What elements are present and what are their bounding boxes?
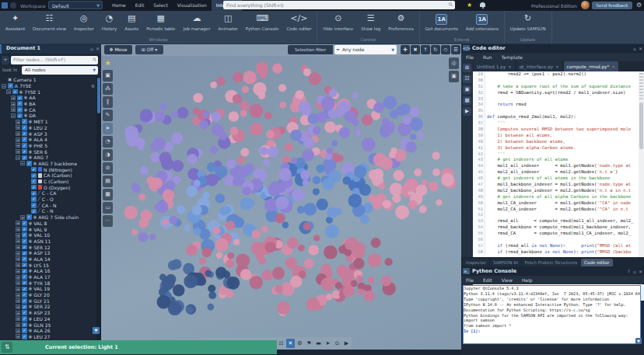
checkbox[interactable]: ✓ — [31, 167, 37, 172]
tree-row-ala-14[interactable]: +✓◉ALA 14 — [0, 256, 96, 263]
code-editor-menu-file[interactable]: File — [461, 53, 478, 61]
tree-row-ser-6[interactable]: +✓◉SER 6 — [0, 148, 96, 155]
expand-toggle[interactable]: + — [16, 322, 20, 327]
checkbox[interactable]: ✓ — [22, 334, 27, 339]
expand-toggle[interactable]: + — [16, 269, 20, 273]
expand-toggle[interactable]: + — [16, 275, 20, 280]
tree-row-7y5e[interactable]: −✓A7Y5E⚙ — [0, 83, 96, 89]
ribbon-item-get-documents[interactable]: 1AGet documents — [422, 11, 462, 36]
tree-row-leu-27[interactable]: +✓◉LEU 27 — [0, 334, 96, 340]
checkbox[interactable]: ✓ — [22, 292, 27, 298]
checkbox[interactable]: ✓ — [17, 107, 23, 113]
panel-tab-inspector[interactable]: Inspector — [463, 259, 489, 266]
checkbox[interactable]: ✓ — [17, 96, 23, 101]
tree-row-da[interactable]: −✓◉DA — [0, 113, 96, 119]
image-tool-icon[interactable]: ▤ — [103, 176, 113, 187]
checkbox[interactable]: ✓ — [22, 322, 27, 328]
checkbox[interactable]: ✓ — [17, 101, 23, 106]
panel-tab-fetch-protein-structures[interactable]: Fetch Protein Structures — [522, 259, 580, 266]
close-icon[interactable]: ✕ — [96, 44, 100, 54]
checkbox[interactable]: ✓ — [22, 143, 27, 148]
expand-toggle[interactable]: + — [11, 107, 16, 112]
checkbox[interactable]: ✓ — [22, 149, 27, 155]
checkbox[interactable]: ✓ — [22, 274, 27, 280]
filter-nodes-input[interactable]: Filter nodes... (Shift+F)⚲ — [11, 56, 98, 64]
tree-row-c-o[interactable]: ✓╱C - O — [0, 197, 96, 203]
look-in-dropdown[interactable]: All nodes▼ — [22, 66, 98, 75]
expand-toggle[interactable]: + — [16, 221, 20, 225]
expand-toggle[interactable]: − — [2, 84, 6, 89]
console-menu-edit[interactable]: Edit — [478, 276, 497, 284]
console-scroll-down-icon[interactable]: ▼ — [635, 338, 642, 344]
checkbox[interactable]: ✓ — [22, 227, 27, 232]
tree-row-tyr-18[interactable]: +✓◉TYR 18 — [0, 280, 96, 286]
expand-toggle[interactable]: + — [16, 245, 20, 249]
avatar[interactable] — [581, 1, 590, 9]
expand-toggle[interactable]: + — [16, 329, 20, 333]
close-tab-icon[interactable]: ✕ — [611, 64, 614, 69]
expand-toggle[interactable]: + — [16, 287, 20, 291]
tree-row-c-ca[interactable]: ✓╱C - CA — [0, 190, 96, 197]
selection-filter-dropdown[interactable]: ⏷Any node▼ — [334, 45, 397, 54]
tree-row-aa[interactable]: +✓◉AA — [0, 95, 96, 101]
tree-scrollbar-thumb[interactable] — [97, 78, 100, 113]
checkbox[interactable]: ✓ — [22, 280, 27, 286]
tree-row-phe-5[interactable]: +✓◉PHE 5 — [0, 143, 96, 149]
print-view-icon[interactable]: ☷ — [277, 339, 285, 348]
tree-scrollbar[interactable] — [96, 77, 101, 340]
new-file-icon[interactable]: ⊞ — [463, 64, 471, 72]
search-input[interactable]: Find everything (Shift+I)⚲ — [223, 1, 455, 9]
save-view-icon[interactable]: ▣ — [449, 71, 459, 82]
cursor-icon[interactable]: ➤ — [324, 339, 332, 348]
expand-toggle[interactable]: − — [6, 89, 11, 94]
tree-row-val-19[interactable]: +✓◉VAL 19 — [0, 286, 96, 292]
expand-toggle[interactable]: + — [16, 137, 20, 142]
tree-row-ser-22[interactable]: +✓◉SER 22 — [0, 304, 96, 310]
upload-icon[interactable]: ↑ — [421, 45, 430, 54]
checkbox[interactable]: ✓ — [22, 232, 27, 238]
user-icon[interactable] — [10, 2, 16, 9]
eye-icon[interactable]: ⊙ — [333, 339, 341, 348]
checkbox[interactable]: ✓ — [22, 328, 27, 333]
menu-edit[interactable]: Edit — [131, 0, 149, 11]
favorites-star-icon[interactable]: ★ — [103, 59, 113, 70]
expand-toggle[interactable]: + — [20, 215, 25, 220]
notifications-bell-icon[interactable] — [480, 2, 485, 7]
checkbox[interactable]: ✓ — [26, 214, 32, 220]
checkbox[interactable]: ✓ — [22, 119, 27, 124]
center-view-icon[interactable]: ✚ — [401, 45, 410, 54]
flag-icon[interactable]: ⚑ — [305, 339, 313, 348]
tree-row-n-nitrogen[interactable]: ✓N (Nitrogen) — [0, 166, 96, 172]
checkbox[interactable]: ✓ — [22, 155, 27, 161]
ribbon-item-document-view[interactable]: ☷Document view — [29, 11, 70, 36]
checkbox[interactable]: ✓ — [22, 251, 27, 256]
menu-home[interactable]: Home — [107, 0, 131, 11]
checkbox[interactable]: ✓ — [17, 113, 23, 119]
expand-toggle[interactable]: + — [16, 233, 20, 238]
expand-toggle[interactable]: + — [16, 120, 20, 124]
tree-row-val-8[interactable]: +✓◉VAL 8 — [0, 221, 96, 227]
find-in-view-icon[interactable]: ◎ — [449, 57, 459, 69]
bonds-tool-icon[interactable]: ∥ — [103, 96, 113, 108]
tree-row-o-oxygen[interactable]: ✓O (Oxygen) — [0, 184, 96, 190]
pin-icon[interactable]: ▫ — [90, 44, 93, 54]
expand-toggle[interactable]: − — [11, 113, 16, 118]
history-back-tool-icon[interactable]: ◔ — [103, 136, 113, 148]
tree-row-arg-7-side-chain[interactable]: +✓◉ARG 7 Side chain — [0, 214, 96, 221]
checkbox[interactable]: ✓ — [22, 125, 27, 131]
checkbox[interactable]: ✓ — [31, 185, 37, 190]
tree-row-leu-2[interactable]: +✓◉LEU 2 — [0, 125, 96, 131]
workspace-dropdown[interactable]: Default▼ — [48, 1, 103, 9]
checkbox[interactable]: ✓ — [31, 209, 37, 214]
tree-row-asn-11[interactable]: +✓◉ASN 11 — [0, 238, 96, 245]
tree-row-ala-26[interactable]: +✓◉ALA 26 — [0, 328, 96, 334]
tab-qt-interface-py[interactable]: qt_interface.py✕ — [516, 61, 562, 71]
checkbox[interactable]: ✓ — [31, 191, 37, 197]
expand-toggle[interactable]: + — [16, 131, 20, 136]
tree-row-ca-n[interactable]: ✓╱CA - N — [0, 202, 96, 208]
tree-row-camera-1[interactable]: ▣Camera 1 — [0, 77, 96, 83]
expand-toggle[interactable]: + — [16, 238, 20, 243]
tree-row-ala-16[interactable]: +✓◉ALA 16 — [0, 268, 96, 274]
expand-toggle[interactable]: + — [16, 305, 20, 309]
ribbon-item-update-samson[interactable]: ↻Update SAMSON — [506, 11, 550, 36]
